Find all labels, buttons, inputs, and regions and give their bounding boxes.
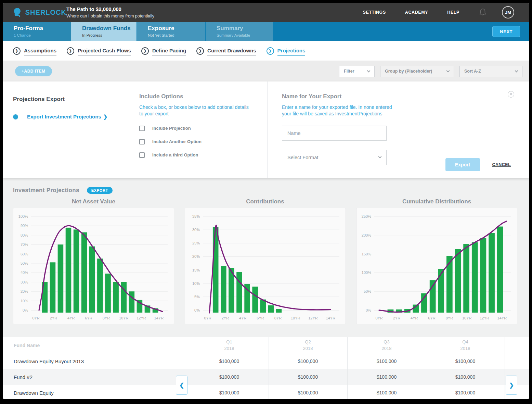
svg-text:50%: 50% [21, 261, 28, 265]
export-investment-projections-link[interactable]: Export Investment Projections❯ [27, 114, 107, 120]
step-label: Current Drawdowns [207, 46, 256, 56]
table-row[interactable]: Drawdown Equity $100,000 $100,000 $100,0… [3, 385, 529, 399]
step-assumptions[interactable]: ❯ Assumptions [13, 46, 56, 56]
svg-text:0%: 0% [366, 308, 371, 312]
svg-text:4YR: 4YR [239, 316, 246, 320]
table-row[interactable]: Drawdown Equity Buyout 2013 $100,000 $10… [3, 353, 529, 369]
svg-text:20%: 20% [192, 254, 199, 258]
table-scroll-right-button[interactable]: ❯ [506, 376, 517, 395]
checkbox-label: Include Another Option [152, 139, 202, 144]
sort-dropdown[interactable]: Sort A-Z [459, 66, 522, 77]
q3-value: $100,000 [347, 358, 426, 364]
svg-text:5%: 5% [194, 295, 200, 299]
group-by-dropdown[interactable]: Group by (Placeholder) [380, 66, 454, 77]
filter-label: Filter [344, 69, 354, 74]
checkbox-unchecked-icon[interactable] [139, 152, 145, 158]
tab-status: Summary Available [217, 33, 273, 37]
q3-value: $100,000 [347, 390, 426, 395]
q2-value: $100,000 [269, 374, 347, 380]
next-button[interactable]: NEXT [492, 26, 520, 37]
svg-text:35%: 35% [192, 214, 199, 218]
chevron-circle-icon: ❯ [196, 47, 204, 55]
tab-summary[interactable]: Summary Summary Available [206, 22, 273, 41]
include-options-column: Include Options Check a box, or boxes be… [127, 81, 268, 178]
nav-academy[interactable]: ACADEMY [405, 10, 428, 15]
notifications-bell-icon[interactable] [479, 8, 487, 17]
export-investment-projections-option[interactable]: Export Investment Projections❯ [13, 114, 116, 125]
nav-settings[interactable]: SETTINGS [363, 10, 386, 15]
checkbox-unchecked-icon[interactable] [139, 126, 145, 131]
include-another-option[interactable]: Include Another Option [139, 139, 267, 144]
close-icon[interactable]: ✕ [508, 91, 514, 98]
svg-text:150%: 150% [362, 252, 371, 256]
name-section-description: Enter a name for your exported file. In … [282, 104, 397, 117]
tab-drawdown-funds[interactable]: Drawdown Funds In Progress [71, 22, 137, 41]
tab-status: Not Yet Started [148, 33, 205, 37]
step-projections[interactable]: ❯ Projections [267, 46, 306, 56]
tab-label: Summary [217, 25, 273, 32]
svg-text:10YR: 10YR [462, 316, 472, 320]
q1-value: $100,000 [190, 390, 269, 395]
brand-name: SHERLOCK [25, 9, 66, 16]
checkbox-unchecked-icon[interactable] [139, 139, 145, 144]
export-button[interactable]: Export [445, 158, 480, 171]
include-third-option[interactable]: Include a third Option [139, 152, 267, 158]
svg-text:30%: 30% [21, 280, 28, 284]
q3-header: Q32018 [347, 339, 426, 352]
checkbox-label: Include a third Option [152, 152, 198, 157]
net-asset-value-chart: Net Asset Value 0%10%20%30%40%50%60%70%8… [13, 198, 174, 324]
svg-text:8YR: 8YR [446, 316, 453, 320]
include-projection-option[interactable]: Include Projection [139, 126, 267, 131]
svg-text:10%: 10% [21, 299, 28, 303]
svg-text:0YR: 0YR [32, 316, 39, 320]
radio-selected-icon[interactable] [13, 114, 18, 119]
cancel-button[interactable]: CANCEL [492, 162, 511, 167]
tab-label: Exposure [148, 25, 205, 32]
svg-text:250%: 250% [362, 214, 371, 218]
svg-text:100%: 100% [362, 270, 371, 275]
export-name-input[interactable] [282, 126, 387, 141]
svg-text:70%: 70% [21, 242, 28, 247]
chevron-down-icon [515, 69, 518, 72]
tab-label: Drawdown Funds [82, 25, 137, 32]
svg-text:0%: 0% [23, 308, 28, 312]
svg-text:60%: 60% [21, 252, 28, 256]
q4-header: Q42018 [426, 339, 505, 352]
brand[interactable]: SHERLOCK [3, 6, 66, 18]
step-projected-cash-flows[interactable]: ❯ Projected Cash Flows [67, 46, 131, 56]
q2-value: $100,000 [269, 358, 347, 364]
filter-dropdown[interactable]: Filter [339, 66, 375, 77]
svg-text:14YR: 14YR [497, 316, 507, 320]
step-current-drawdowns[interactable]: ❯ Current Drawdowns [196, 46, 256, 56]
export-badge[interactable]: EXPORT [87, 187, 113, 194]
step-label: Projections [277, 46, 306, 56]
fund-name: Drawdown Equity [3, 390, 190, 396]
q1-value: $100,000 [190, 358, 269, 364]
add-item-button[interactable]: +ADD ITEM [15, 66, 52, 76]
svg-text:12YR: 12YR [480, 316, 489, 320]
export-panel-title: Projections Export [13, 96, 127, 103]
table-row[interactable]: Fund #2 $100,000 $100,000 $100,000 $100,… [3, 369, 529, 385]
chevron-circle-icon: ❯ [67, 47, 74, 55]
top-nav: SETTINGS ACADEMY HELP JM [363, 6, 529, 18]
svg-text:2YR: 2YR [221, 316, 229, 320]
nav-help[interactable]: HELP [447, 10, 459, 15]
column-divider [190, 337, 190, 399]
svg-text:200%: 200% [362, 233, 371, 237]
tab-exposure[interactable]: Exposure Not Yet Started [137, 22, 205, 41]
page-title: The Path to $2,000,000 [66, 6, 154, 13]
chart-title: Net Asset Value [13, 198, 174, 205]
chevron-circle-icon: ❯ [267, 47, 274, 55]
chevron-down-icon [367, 69, 371, 72]
page-subtitle: Where can I obtain this money from poten… [66, 13, 154, 19]
step-define-pacing[interactable]: ❯ Define Pacing [141, 46, 186, 56]
section-title: Investment Projections [13, 187, 79, 194]
format-select-dropdown[interactable]: Select Format [282, 150, 387, 165]
svg-text:6YR: 6YR [428, 316, 435, 320]
user-avatar[interactable]: JM [502, 6, 514, 18]
export-type-column: Projections Export Export Investment Pro… [3, 81, 127, 178]
table-scroll-left-button[interactable]: ❮ [176, 376, 187, 395]
q2-value: $100,000 [269, 390, 347, 395]
tab-pro-forma[interactable]: Pro-Forma 1 Change [3, 22, 71, 41]
chevron-down-icon [378, 155, 382, 159]
